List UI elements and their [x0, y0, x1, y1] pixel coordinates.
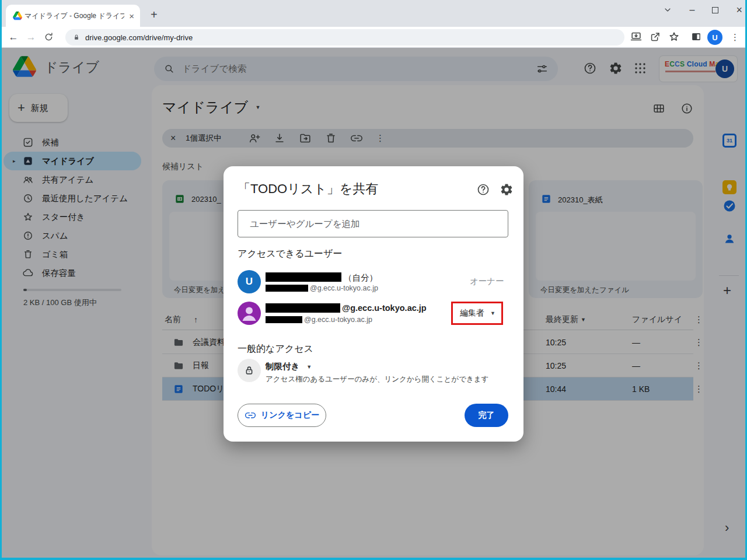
dialog-settings-icon[interactable]: [500, 183, 514, 197]
owner-email-domain: @g.ecc.u-tokyo.ac.jp: [310, 284, 378, 292]
link-icon: [245, 410, 256, 421]
editor-email-domain: @g.ecc.u-tokyo.ac.jp: [304, 316, 372, 324]
copy-link-button[interactable]: リンクをコピー: [238, 404, 326, 427]
owner-role-label: オーナー: [470, 276, 504, 287]
copy-link-label: リンクをコピー: [261, 410, 319, 421]
browser-tab[interactable]: マイドライブ - Google ドライブ ×: [6, 5, 140, 27]
dialog-help-icon[interactable]: [476, 183, 490, 197]
owner-self-label: （自分）: [344, 272, 378, 284]
browser-menu-icon[interactable]: ⋮: [731, 32, 739, 43]
bookmark-star-icon[interactable]: [668, 30, 680, 43]
share-icon[interactable]: [649, 30, 662, 43]
access-caret-icon: ▼: [306, 364, 312, 370]
window-close-button[interactable]: ×: [736, 4, 742, 16]
screenshare-frame-left: [0, 0, 2, 560]
lock-icon: [72, 33, 81, 41]
person-row-owner[interactable]: U （自分） @g.ecc.u-tokyo.ac.jp オーナー: [224, 269, 523, 298]
person-row-editor[interactable]: @g.ecc.u-tokyo.ac.jp @g.ecc.u-tokyo.ac.j…: [224, 300, 523, 331]
editor-avatar: [238, 302, 261, 325]
window-maximize-button[interactable]: [712, 7, 718, 13]
role-caret-icon: ▼: [490, 310, 495, 316]
redacted-email: [266, 285, 308, 292]
owner-avatar: U: [238, 270, 261, 293]
redacted-email: [266, 316, 302, 323]
editor-role-label: 編集者: [460, 308, 484, 318]
dialog-title: 「TODOリスト」を共有: [238, 180, 378, 198]
restricted-icon-circle: [238, 359, 261, 382]
side-panel-icon[interactable]: [690, 30, 703, 43]
editor-name-domain: @g.ecc.u-tokyo.ac.jp: [342, 303, 427, 313]
person-icon: [238, 302, 261, 325]
restricted-description: アクセス権のあるユーザーのみが、リンクから開くことができます: [266, 374, 488, 384]
window-menu-chevron-icon[interactable]: [663, 5, 672, 15]
share-dialog: 「TODOリスト」を共有 アクセスできるユーザー U （自分） @g.ecc.u…: [224, 166, 523, 442]
browser-avatar[interactable]: U: [707, 30, 722, 45]
browser-toolbar: ← → drive.google.com/drive/my-drive U ⋮: [0, 27, 747, 48]
people-section-label: アクセスできるユーザー: [238, 248, 342, 260]
install-icon[interactable]: [630, 30, 643, 43]
reload-button[interactable]: [43, 32, 54, 43]
back-button[interactable]: ←: [5, 32, 22, 43]
general-access-label: 一般的なアクセス: [238, 343, 313, 355]
browser-titlebar: マイドライブ - Google ドライブ × + – ×: [0, 0, 747, 27]
tab-title: マイドライブ - Google ドライブ: [25, 11, 124, 21]
done-button[interactable]: 完了: [465, 404, 508, 427]
tab-close-icon[interactable]: ×: [129, 11, 134, 21]
url-text: drive.google.com/drive/my-drive: [85, 33, 193, 42]
general-access-dropdown[interactable]: 制限付き ▼: [266, 361, 312, 372]
screenshare-frame-bottom: [0, 558, 747, 560]
editor-role-dropdown[interactable]: 編集者 ▼: [451, 302, 503, 325]
new-tab-button[interactable]: +: [151, 8, 158, 22]
forward-button[interactable]: →: [22, 32, 40, 43]
add-people-input[interactable]: [238, 210, 508, 237]
drive-favicon: [13, 11, 22, 20]
lock-icon: [243, 365, 255, 376]
redacted-name: [266, 272, 341, 282]
window-minimize-button[interactable]: –: [690, 5, 695, 15]
restricted-label: 制限付き: [266, 361, 299, 372]
url-bar[interactable]: drive.google.com/drive/my-drive: [65, 29, 624, 46]
drive-page: ドライブ ECCS Cloud Mail U + 新規 候補 ▸ マイドライブ …: [0, 48, 747, 560]
redacted-name: [266, 303, 340, 313]
